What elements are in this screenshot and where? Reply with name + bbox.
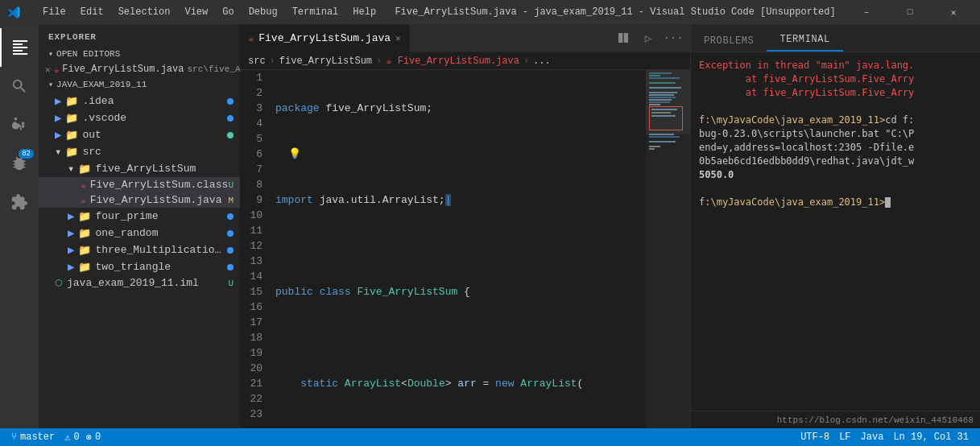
menu-help[interactable]: Help	[346, 3, 382, 21]
untracked-badge-iml: U	[228, 279, 234, 288]
status-language[interactable]: Java	[856, 428, 889, 446]
chevron-down-icon: ▾	[48, 80, 53, 89]
terminal-line: at five_ArryListSum.Five_Arry	[699, 72, 972, 86]
breadcrumb-sep2: ›	[376, 56, 382, 67]
terminal-prompt-line: f:\myJavaCode\java_exam_2019_11>	[699, 196, 972, 209]
split-editor-button[interactable]	[613, 27, 634, 48]
tab-terminal[interactable]: TERMINAL	[767, 29, 842, 52]
minimap[interactable]	[646, 70, 690, 428]
java-exam-label: JAVA_EXAM_2019_11	[56, 80, 147, 89]
tab-actions: ▷ ···	[606, 27, 690, 48]
status-encoding[interactable]: UTF-8	[796, 428, 834, 446]
activity-extensions[interactable]	[0, 183, 39, 221]
open-editor-path: src\five_ArryLi...	[187, 64, 240, 74]
status-bar: ⑂ master ⚠ 0 ⊗ 0 UTF-8 LF Java Ln 19, Co…	[0, 428, 980, 446]
tree-item-two-triangle[interactable]: ▶ 📁 two_triangle	[39, 258, 240, 275]
tree-item-label: java_exam_2019_11.iml	[67, 277, 228, 289]
java-exam-header[interactable]: ▾ JAVA_EXAM_2019_11	[39, 76, 240, 93]
minimize-button[interactable]: –	[848, 0, 885, 24]
menu-file[interactable]: File	[36, 3, 72, 21]
activity-bar: 82	[0, 24, 39, 428]
status-dot	[227, 247, 234, 254]
tab-filename: Five_ArryListSum.java	[258, 32, 391, 44]
open-editors-label: OPEN EDITORS	[56, 49, 120, 59]
tree-item-label: .idea	[82, 95, 227, 107]
tree-item-one-random[interactable]: ▶ 📁 one_random	[39, 225, 240, 242]
tree-item-src[interactable]: ▾ 📁 src	[39, 143, 240, 160]
untracked-badge: U	[228, 180, 234, 190]
close-button[interactable]: ✕	[935, 0, 972, 24]
editor-tab[interactable]: ☕ Five_ArryListSum.java ✕	[240, 24, 410, 52]
breadcrumb-file[interactable]: ☕ Five_ArryListSum.java	[386, 55, 519, 67]
line-num: 15	[246, 284, 263, 299]
line-num: 14	[246, 269, 263, 284]
code-content[interactable]: package five_ArryListSum; 💡 import java.…	[269, 70, 646, 428]
line-num: 5	[246, 131, 263, 147]
tree-item-iml[interactable]: ⬡ java_exam_2019_11.iml U	[39, 275, 240, 291]
line-num: 2	[246, 85, 263, 101]
tree-item-label: five_ArryListSum	[95, 163, 234, 175]
status-branch[interactable]: ⑂ master	[6, 428, 60, 446]
tree-item-four-prime[interactable]: ▶ 📁 four_prime	[39, 208, 240, 225]
java-icon: ☕	[54, 64, 60, 75]
terminal-cursor	[885, 197, 891, 208]
run-button[interactable]: ▷	[638, 27, 659, 48]
menu-view[interactable]: View	[178, 3, 214, 21]
status-line-ending[interactable]: LF	[834, 428, 855, 446]
tab-problems[interactable]: PROBLEMS	[691, 31, 767, 52]
menu-edit[interactable]: Edit	[74, 3, 110, 21]
tree-item-label: src	[82, 146, 234, 158]
line-numbers: 1 2 3 4 5 6 7 8 9 10 11 12 13 14	[240, 70, 269, 428]
open-editors-header[interactable]: ▾ OPEN EDITORS	[39, 46, 240, 62]
tree-item-out[interactable]: ▶ 📁 out	[39, 126, 240, 143]
status-cursor-position[interactable]: Ln 19, Col 31	[888, 428, 974, 446]
line-num: 1	[246, 70, 263, 85]
line-num: 3	[246, 101, 263, 116]
terminal-content[interactable]: Exception in thread "main" java.lang. at…	[691, 52, 980, 411]
tab-close-icon[interactable]: ✕	[395, 33, 401, 43]
code-area[interactable]: 1 2 3 4 5 6 7 8 9 10 11 12 13 14	[240, 70, 646, 428]
error-count: 0	[73, 432, 79, 443]
folder-icon-four: 📁	[78, 210, 91, 223]
folder-dot2: 📁	[65, 112, 78, 125]
panel: PROBLEMS TERMINAL Exception in thread "m…	[690, 24, 980, 428]
cursor-position-label: Ln 19, Col 31	[893, 432, 969, 443]
minimap-content	[646, 70, 690, 428]
tree-item-five-arrylistsum-folder[interactable]: ▾ 📁 five_ArryListSum	[39, 160, 240, 177]
tree-item-three-mult[interactable]: ▶ 📁 three_MultiplicationTable	[39, 242, 240, 258]
close-icon[interactable]: ✕	[45, 64, 51, 75]
activity-source-control[interactable]	[0, 105, 39, 144]
line-num: 17	[246, 315, 263, 330]
menu-terminal[interactable]: Terminal	[286, 3, 345, 21]
breadcrumb-package[interactable]: five_ArryListSum	[279, 56, 372, 67]
activity-debug[interactable]: 82	[0, 144, 39, 183]
activity-explorer[interactable]	[0, 28, 39, 67]
menu-debug[interactable]: Debug	[242, 3, 284, 21]
tree-item-five-class[interactable]: ☕ Five_ArryListSum.class U	[39, 177, 240, 192]
menu-go[interactable]: Go	[216, 3, 240, 21]
java-file-icon: ☕	[81, 195, 86, 205]
breadcrumb-more[interactable]: ...	[533, 56, 551, 67]
activity-search[interactable]	[0, 67, 39, 105]
more-actions-button[interactable]: ···	[663, 27, 684, 48]
status-errors[interactable]: ⚠ 0 ⊗ 0	[60, 428, 105, 446]
line-num: 20	[246, 361, 263, 376]
line-num: 11	[246, 223, 263, 238]
error-icon: ⚠	[64, 432, 70, 444]
maximize-button[interactable]: □	[891, 0, 928, 24]
java-class-icon: ☕	[81, 180, 86, 190]
menu-selection[interactable]: Selection	[112, 3, 177, 21]
tree-item-idea[interactable]: ▶ 📁 .idea	[39, 93, 240, 109]
tree-item-vscode[interactable]: ▶ 📁 .vscode	[39, 109, 240, 126]
terminal-line: bug-0.23.0\scripts\launcher.bat "C:\P	[699, 127, 972, 141]
open-editor-file[interactable]: ✕ ☕ Five_ArryListSum.java src\five_ArryL…	[39, 62, 240, 76]
tree-item-label: .vscode	[82, 112, 227, 124]
tree-item-five-java[interactable]: ☕ Five_ArryListSum.java M	[39, 192, 240, 208]
breadcrumb-src[interactable]: src	[248, 56, 266, 67]
line-num: 13	[246, 254, 263, 269]
folder-dot: 📁	[65, 95, 78, 108]
code-line: static ArrayList<Double> arr = new Array…	[275, 376, 646, 391]
code-line: public class Five_ArryListSum {	[275, 284, 646, 299]
editor-area: ☕ Five_ArryListSum.java ✕ ▷ ··· src › fi…	[240, 24, 690, 428]
main-layout: 82 EXPLORER ▾ OPEN EDITORS ✕ ☕ Five_Arry…	[0, 24, 980, 428]
